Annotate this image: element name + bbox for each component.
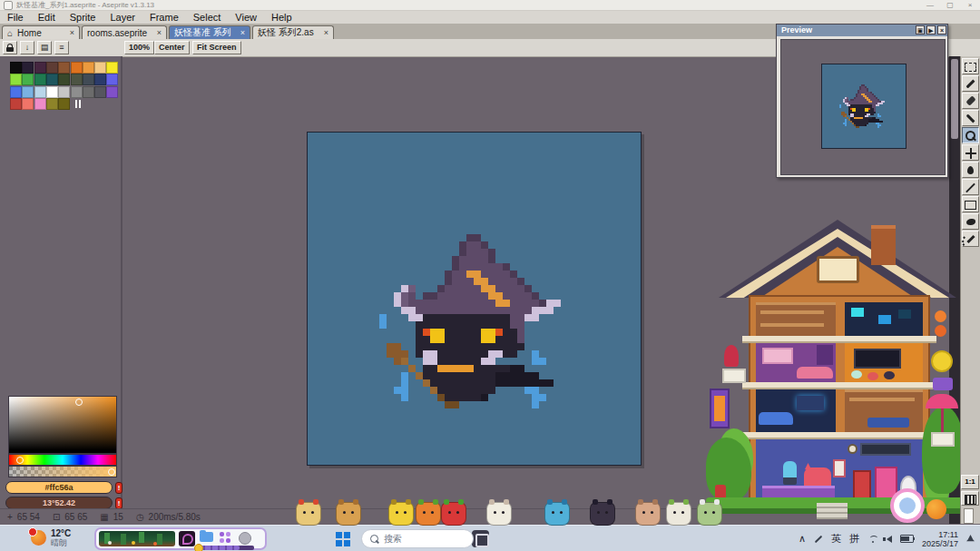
preview-window[interactable]: Preview ▣ ▶ × [776,24,948,178]
palette-color[interactable] [46,74,58,85]
volume-icon[interactable] [887,536,892,543]
pinned-app-icon[interactable] [472,530,489,547]
alpha-slider[interactable] [8,466,117,477]
hue-slider[interactable] [8,454,117,466]
menu-sprite[interactable]: Sprite [63,11,103,24]
background-color-hsv[interactable]: 13°52.42 [5,497,113,509]
wifi-icon[interactable] [867,536,878,543]
rectangle-tool[interactable] [962,196,979,212]
papaya-pet[interactable] [416,502,441,526]
preview-titlebar[interactable]: Preview ▣ ▶ × [777,25,947,36]
palette-color[interactable] [22,98,34,110]
preview-restore-button[interactable]: ▣ [916,25,925,34]
palette-color[interactable] [34,62,46,74]
contour-tool[interactable] [962,213,979,230]
palette-color[interactable] [94,86,106,98]
palette-color[interactable] [58,98,70,110]
menu-help[interactable]: Help [264,11,299,24]
pen-icon[interactable] [815,535,822,542]
palette-color[interactable] [58,86,70,98]
basket-pet[interactable] [697,502,722,526]
folder-icon[interactable] [200,532,213,542]
tab-close-icon[interactable]: × [70,28,74,37]
taskbar-clock[interactable]: 17:11 2025/3/17 [922,530,958,548]
preview-close-button[interactable]: × [937,25,946,34]
eyedropper-tool[interactable] [962,110,979,126]
ime-pinyin-indicator[interactable]: 拼 [849,532,859,546]
sprite-canvas[interactable] [307,132,642,466]
scrollbar-thumb[interactable] [951,59,958,139]
palette-color[interactable] [106,86,118,98]
zoom-tool[interactable] [962,127,979,143]
eraser-tool[interactable] [962,93,979,109]
apps-grid-icon[interactable] [220,532,230,543]
color-warning-button[interactable]: ! [115,482,122,494]
palette-color[interactable] [106,62,118,74]
notification-bell-icon[interactable] [966,535,975,543]
rectangular-marquee-tool[interactable] [962,58,979,74]
palette-color[interactable] [46,86,58,98]
lion-cub-pet[interactable] [336,502,361,526]
palette-color[interactable] [22,74,34,85]
lock-button[interactable] [3,41,17,54]
palette-color[interactable] [10,74,22,85]
ime-english-indicator[interactable]: 英 [831,532,841,546]
palette-color[interactable] [83,86,94,98]
strawberry-pet[interactable] [441,502,466,526]
close-button[interactable]: × [960,0,980,11]
palette-color[interactable] [106,74,118,85]
layers-button[interactable]: ▤ [37,41,52,54]
menu-file[interactable]: File [0,11,31,24]
palette-color[interactable] [94,62,106,74]
foreground-color-hex[interactable]: #ffc56a [5,481,113,494]
palette-color[interactable] [83,74,94,85]
tab-close-icon[interactable]: × [240,28,245,37]
preview-play-button[interactable]: ▶ [926,25,936,34]
palette-color[interactable] [71,62,83,74]
bat-cat-pet[interactable] [590,502,615,526]
tray-expand-chevron[interactable]: ∧ [799,533,806,545]
fit-screen-button[interactable]: Fit Screen [192,41,241,54]
menu-view[interactable]: View [228,11,264,24]
palette-color[interactable] [34,98,46,110]
weather-widget[interactable]: 12°C 晴朗 [31,528,71,547]
palette-color[interactable] [71,86,83,98]
palette-color[interactable] [83,62,94,74]
palette-color[interactable] [46,98,58,110]
game-widget-pill[interactable] [94,527,267,550]
saturation-value-picker[interactable] [8,396,117,454]
palette-color[interactable] [10,86,22,98]
palette-color[interactable] [46,62,58,74]
tab-close-icon[interactable]: × [324,28,328,37]
palette-color[interactable] [10,98,22,110]
palette-color[interactable] [71,74,83,85]
pencil-tool[interactable] [962,75,979,92]
palette-color[interactable] [94,74,106,85]
palette-color[interactable] [58,62,70,74]
palette-color[interactable] [34,86,46,98]
tab-close-icon[interactable]: × [157,28,162,37]
search-box[interactable]: 搜索 [361,529,474,548]
menu-edit[interactable]: Edit [31,11,63,24]
move-tool[interactable] [962,144,979,161]
line-tool[interactable] [962,179,979,195]
palette-color[interactable] [22,86,34,98]
tab-home[interactable]: ⌂ Home × [2,25,80,39]
paint-bucket-tool[interactable] [962,162,979,178]
blue-cat-pet[interactable] [544,502,570,526]
vertical-scrollbar[interactable] [949,56,960,524]
center-button[interactable]: Center [154,41,190,54]
banana-pet[interactable] [388,502,414,526]
battery-icon[interactable] [900,535,914,543]
menu-layer[interactable]: Layer [103,11,142,24]
down-arrow-button[interactable]: ↓ [20,41,34,54]
palette-color[interactable] [22,62,34,74]
start-button[interactable] [336,532,350,546]
minimize-button[interactable]: — [920,0,940,11]
palette-color[interactable] [34,74,46,85]
zoom-1-1-button[interactable]: 1:1 [961,475,979,489]
palette-color[interactable] [10,62,22,74]
palette-color[interactable] [58,74,70,85]
tab-rooms[interactable]: rooms.aseprite × [82,25,167,39]
zoom-100-button[interactable]: 100% [124,41,154,54]
